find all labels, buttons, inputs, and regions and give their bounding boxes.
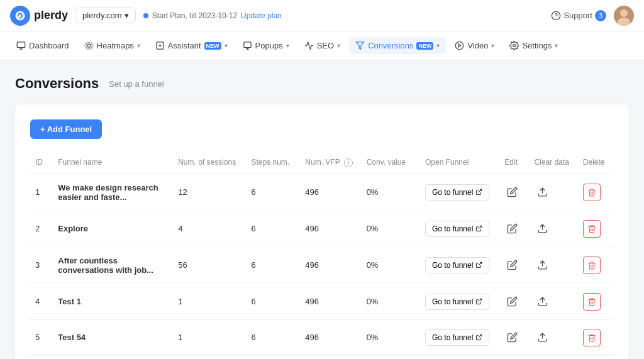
nav-item-settings[interactable]: Settings ▾ xyxy=(503,37,564,54)
video-icon xyxy=(455,41,464,50)
funnels-table: ID Funnel name Num. of sessions Steps nu… xyxy=(30,152,614,359)
cell-delete xyxy=(578,355,614,359)
nav-item-video[interactable]: Video ▾ xyxy=(448,37,501,54)
cell-vfp: 496 xyxy=(300,319,361,355)
svg-marker-16 xyxy=(459,44,462,47)
cell-id: 4 xyxy=(30,284,53,319)
page-title: Conversions xyxy=(15,75,99,92)
cell-edit xyxy=(499,246,529,284)
topbar-right: Support 3 xyxy=(551,6,634,26)
th-steps: Steps num. xyxy=(246,152,300,174)
cell-clear xyxy=(530,246,578,284)
chevron-down-icon: ▾ xyxy=(491,42,494,49)
clear-data-icon[interactable] xyxy=(535,257,550,273)
nav-item-dashboard[interactable]: Dashboard xyxy=(10,37,75,54)
edit-icon[interactable] xyxy=(504,221,520,236)
navbar: Dashboard Heatmaps ▾ Assistant NEW ▾ Pop… xyxy=(0,31,644,60)
go-to-funnel-button[interactable]: Go to funnel xyxy=(425,329,489,346)
cell-conv: 0% xyxy=(362,355,420,359)
page: Conversions Set up a funnel + Add Funnel… xyxy=(0,60,644,359)
cell-id: 3 xyxy=(30,246,53,284)
cell-conv: 0% xyxy=(362,246,420,284)
chevron-down-icon: ▾ xyxy=(436,42,440,49)
th-id: ID xyxy=(30,152,53,174)
nav-item-seo[interactable]: SEO ▾ xyxy=(298,37,347,54)
nav-item-popups[interactable]: Popups ▾ xyxy=(236,37,296,54)
table-header-row: ID Funnel name Num. of sessions Steps nu… xyxy=(30,152,614,174)
page-subtitle: Set up a funnel xyxy=(109,79,164,89)
cell-edit xyxy=(499,284,529,319)
go-to-funnel-button[interactable]: Go to funnel xyxy=(425,221,489,237)
nav-label-popups: Popups xyxy=(255,41,283,50)
main-card: + Add Funnel ID Funnel name Num. of sess… xyxy=(15,104,629,359)
delete-icon[interactable] xyxy=(583,220,601,238)
cell-sessions: 1 xyxy=(173,355,246,359)
monitor-icon xyxy=(16,41,26,50)
th-delete: Delete xyxy=(578,152,614,174)
cell-delete xyxy=(578,319,614,355)
conversions-icon xyxy=(355,41,365,50)
avatar[interactable] xyxy=(614,6,634,26)
cell-edit xyxy=(499,211,529,246)
cell-name: Test 54 xyxy=(53,319,173,355)
clear-data-icon[interactable] xyxy=(535,184,550,200)
go-to-funnel-button[interactable]: Go to funnel xyxy=(425,257,489,273)
cell-steps: 6 xyxy=(246,174,300,211)
cell-clear xyxy=(530,211,578,246)
th-edit: Edit xyxy=(499,152,529,174)
cell-steps: 6 xyxy=(246,211,300,246)
table-row: 6 New user 1 6 496 0% Go to funnel xyxy=(30,355,614,359)
delete-icon[interactable] xyxy=(583,329,601,346)
support-badge: 3 xyxy=(595,10,606,21)
clear-data-icon[interactable] xyxy=(535,329,550,345)
cell-open: Go to funnel xyxy=(420,246,499,284)
cell-conv: 0% xyxy=(362,284,420,319)
nav-item-assistant[interactable]: Assistant NEW ▾ xyxy=(149,37,234,54)
th-vfp: Num. VFP i xyxy=(300,152,361,174)
clear-data-icon[interactable] xyxy=(535,221,550,236)
cell-clear xyxy=(530,319,578,355)
svg-rect-13 xyxy=(243,42,250,48)
support-button[interactable]: Support 3 xyxy=(551,10,606,21)
plan-text: Start Plan, till 2023-10-12 xyxy=(152,11,237,20)
svg-rect-6 xyxy=(17,42,25,48)
delete-icon[interactable] xyxy=(583,257,601,274)
vfp-info-icon[interactable]: i xyxy=(344,158,353,167)
clear-data-icon[interactable] xyxy=(535,294,550,309)
edit-icon[interactable] xyxy=(504,257,520,273)
chevron-down-icon: ▾ xyxy=(286,42,289,49)
svg-point-15 xyxy=(456,41,464,50)
edit-icon[interactable] xyxy=(504,294,520,309)
cell-sessions: 56 xyxy=(173,246,246,284)
cell-edit xyxy=(499,174,529,211)
add-funnel-button[interactable]: + Add Funnel xyxy=(30,119,102,139)
edit-icon[interactable] xyxy=(504,329,520,345)
site-selector[interactable]: plerdy.com ▾ xyxy=(75,8,136,23)
go-to-funnel-button[interactable]: Go to funnel xyxy=(425,294,489,310)
cell-vfp: 496 xyxy=(300,211,361,246)
cell-id: 5 xyxy=(30,319,53,355)
nav-label-settings: Settings xyxy=(522,41,552,50)
svg-line-20 xyxy=(479,226,482,229)
cell-conv: 0% xyxy=(362,319,420,355)
nav-label-assistant: Assistant xyxy=(168,41,201,50)
nav-item-conversions[interactable]: Conversions NEW ▾ xyxy=(349,37,446,54)
update-plan-link[interactable]: Update plan xyxy=(241,11,282,20)
nav-item-heatmaps[interactable]: Heatmaps ▾ xyxy=(78,37,147,54)
table-row: 4 Test 1 1 6 496 0% Go to funnel xyxy=(30,284,614,319)
svg-point-10 xyxy=(86,43,92,49)
go-to-funnel-button[interactable]: Go to funnel xyxy=(425,184,489,201)
cell-delete xyxy=(578,246,614,284)
delete-icon[interactable] xyxy=(583,184,601,201)
topbar-left: plerdy plerdy.com ▾ Start Plan, till 202… xyxy=(10,6,282,26)
ai-icon xyxy=(155,41,165,50)
cell-edit xyxy=(499,355,529,359)
cell-vfp: 496 xyxy=(300,355,361,359)
cell-id: 6 xyxy=(30,355,53,359)
cell-name: Test 1 xyxy=(53,284,173,319)
edit-icon[interactable] xyxy=(504,184,520,200)
logo[interactable]: plerdy xyxy=(10,6,68,26)
delete-icon[interactable] xyxy=(583,293,601,311)
cell-conv: 0% xyxy=(362,211,420,246)
cell-delete xyxy=(578,284,614,319)
